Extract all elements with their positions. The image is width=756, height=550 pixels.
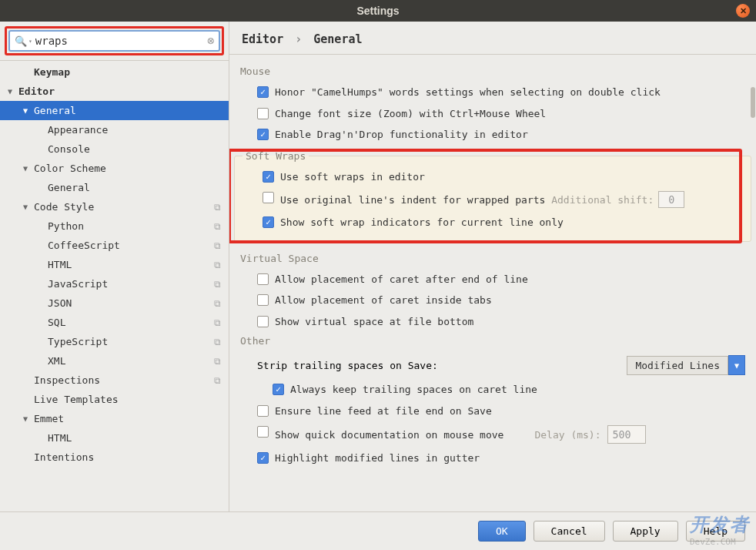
checkbox[interactable]: [257, 316, 269, 327]
sidebar: 🔍 ▾ ⊗ Keymap▼Editor▼GeneralAppearanceCon…: [0, 22, 229, 511]
chevron-down-icon[interactable]: ▼: [728, 355, 745, 375]
checkbox-label: Highlight modified lines in gutter: [275, 451, 480, 465]
tree-item-appearance[interactable]: Appearance: [0, 120, 229, 139]
tree-item-label: Inspections: [34, 374, 214, 386]
tree-item-emmet[interactable]: ▼Emmet: [0, 409, 229, 428]
checkbox-row: Allow placement of caret after end of li…: [229, 269, 756, 290]
scheme-icon: ⧉: [214, 298, 221, 309]
window-title: Settings: [356, 5, 399, 17]
chevron-icon: ▼: [8, 87, 18, 96]
checkbox[interactable]: [257, 86, 269, 98]
checkbox[interactable]: [263, 171, 274, 183]
scheme-icon: ⧉: [214, 317, 221, 328]
settings-tree[interactable]: Keymap▼Editor▼GeneralAppearanceConsole▼C…: [0, 61, 229, 511]
breadcrumb-root[interactable]: Editor: [242, 32, 283, 46]
checkbox[interactable]: [257, 129, 269, 140]
tree-item-editor[interactable]: ▼Editor: [0, 82, 229, 101]
strip-select-value: Modified Lines: [627, 356, 728, 375]
checkbox[interactable]: [263, 216, 274, 228]
breadcrumb-leaf: General: [313, 32, 362, 46]
scheme-icon: ⧉: [214, 337, 221, 347]
strip-label: Strip trailing spaces on Save:: [257, 360, 438, 371]
help-button[interactable]: Help: [686, 521, 745, 542]
checkbox-label: Allow placement of caret inside tabs: [275, 293, 492, 307]
checkbox[interactable]: [257, 426, 269, 438]
chevron-down-icon[interactable]: ▾: [28, 38, 32, 45]
tree-item-label: HTML: [48, 432, 229, 444]
scheme-icon: ⧉: [214, 202, 221, 213]
additional-shift-input[interactable]: [658, 191, 684, 208]
tree-item-label: General: [48, 182, 229, 193]
tree-item-keymap[interactable]: Keymap: [0, 62, 229, 82]
section-soft-wraps: Soft Wraps: [243, 150, 309, 162]
tree-item-label: JavaScript: [48, 278, 214, 290]
tree-item-javascript[interactable]: JavaScript⧉: [0, 274, 229, 293]
checkbox-row: Show quick documentation on mouse moveDe…: [229, 421, 756, 448]
tree-item-label: Python: [48, 220, 214, 232]
checkbox[interactable]: [257, 294, 269, 306]
scheme-icon: ⧉: [214, 221, 221, 232]
cancel-button[interactable]: Cancel: [534, 521, 605, 542]
checkbox-row: Allow placement of caret inside tabs: [229, 290, 756, 311]
tree-item-color-scheme[interactable]: ▼Color Scheme: [0, 159, 229, 178]
chevron-icon: ▼: [23, 164, 34, 173]
dialog-footer: OK Cancel Apply Help: [0, 511, 756, 550]
checkbox-label: Enable Drag'n'Drop functionality in edit…: [275, 128, 528, 142]
tree-item-intentions[interactable]: Intentions: [0, 448, 229, 467]
search-input[interactable]: [35, 35, 207, 47]
tree-item-xml[interactable]: XML⧉: [0, 351, 229, 371]
search-field[interactable]: 🔍 ▾ ⊗: [8, 30, 220, 52]
tree-item-general[interactable]: ▼General: [0, 101, 229, 120]
tree-item-label: Appearance: [48, 124, 229, 136]
content-panel: Editor › General MouseHonor "CamelHumps"…: [229, 22, 756, 511]
checkbox[interactable]: [257, 405, 269, 417]
tree-item-inspections[interactable]: Inspections⧉: [0, 371, 229, 390]
checkbox-label: Show soft wrap indicators for current li…: [280, 216, 564, 230]
scheme-icon: ⧉: [214, 240, 221, 251]
tree-item-label: XML: [48, 355, 214, 367]
tree-item-label: CoffeeScript: [48, 240, 214, 251]
scheme-icon: ⧉: [214, 356, 221, 367]
checkbox[interactable]: [273, 384, 284, 395]
checkbox-row: Honor "CamelHumps" words settings when s…: [229, 82, 756, 103]
scheme-icon: ⧉: [214, 279, 221, 290]
tree-item-label: Live Templates: [34, 394, 229, 405]
scrollbar[interactable]: [751, 87, 755, 118]
clear-icon[interactable]: ⊗: [207, 34, 214, 48]
checkbox[interactable]: [263, 192, 274, 203]
tree-item-code-style[interactable]: ▼Code Style⧉: [0, 197, 229, 216]
checkbox-label: Show quick documentation on mouse moveDe…: [275, 425, 646, 444]
checkbox-label: Allow placement of caret after end of li…: [275, 273, 528, 287]
tree-item-coffeescript[interactable]: CoffeeScript⧉: [0, 236, 229, 255]
tree-item-general[interactable]: General: [0, 178, 229, 197]
soft-wraps-fieldset: Soft WrapsUse soft wraps in editorUse or…: [234, 150, 751, 242]
checkbox[interactable]: [257, 452, 269, 464]
strip-select[interactable]: Modified Lines▼: [627, 355, 745, 375]
tree-item-label: Editor: [18, 86, 229, 97]
checkbox-row: Use soft wraps in editor: [235, 166, 751, 188]
tree-item-json[interactable]: JSON⧉: [0, 293, 229, 313]
checkbox[interactable]: [257, 273, 269, 285]
tree-item-live-templates[interactable]: Live Templates: [0, 390, 229, 409]
titlebar: Settings ✕: [0, 0, 756, 22]
search-icon: 🔍: [15, 35, 27, 47]
apply-button[interactable]: Apply: [613, 521, 678, 542]
tree-item-typescript[interactable]: TypeScript⧉: [0, 332, 229, 351]
tree-item-console[interactable]: Console: [0, 139, 229, 159]
close-icon[interactable]: ✕: [736, 4, 750, 18]
tree-item-label: Emmet: [34, 413, 229, 424]
tree-item-label: Keymap: [34, 66, 229, 78]
checkbox-row: Change font size (Zoom) with Ctrl+Mouse …: [229, 103, 756, 125]
section-virtual-space: Virtual Space: [229, 250, 756, 269]
delay-input[interactable]: [607, 425, 646, 444]
checkbox-row: Use original line's indent for wrapped p…: [235, 187, 751, 212]
tree-item-html[interactable]: HTML: [0, 428, 229, 448]
tree-item-html[interactable]: HTML⧉: [0, 255, 229, 274]
tree-item-python[interactable]: Python⧉: [0, 216, 229, 236]
ok-button[interactable]: OK: [478, 521, 526, 542]
checkbox[interactable]: [257, 108, 269, 119]
checkbox-label: Use soft wraps in editor: [280, 170, 425, 184]
breadcrumb-separator: ›: [295, 32, 302, 46]
checkbox-label: Honor "CamelHumps" words settings when s…: [275, 86, 661, 99]
tree-item-sql[interactable]: SQL⧉: [0, 313, 229, 332]
